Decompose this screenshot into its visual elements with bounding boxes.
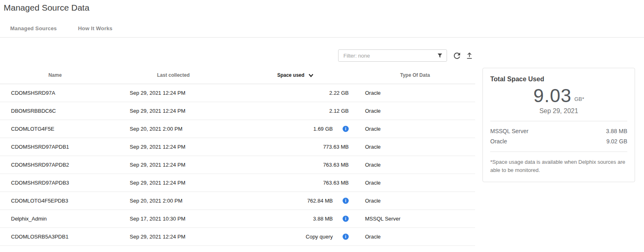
summary-footnote: *Space usage data is available when Delp… — [490, 158, 627, 174]
cell-name: CDOMSHSRD97A — [0, 90, 110, 96]
info-icon[interactable]: i — [343, 126, 349, 132]
cell-type-of-data: Oracle — [355, 108, 475, 114]
column-header-name[interactable]: Name — [0, 72, 110, 78]
upload-icon — [465, 51, 474, 60]
cell-last-collected: Sep 20, 2021 2:00 PM — [110, 198, 237, 204]
breakdown-label: Oracle — [490, 138, 507, 145]
cell-space-used: 763.63 MB i — [237, 180, 355, 186]
space-used-value: 3.88 MB — [313, 216, 333, 222]
cell-last-collected: Sep 17, 2021 10:30 PM — [110, 216, 237, 222]
cell-name: Delphix_Admin — [0, 216, 110, 222]
cell-type-of-data: Oracle — [355, 198, 475, 204]
space-used-value[interactable]: Copy query — [306, 234, 333, 240]
cell-type-of-data: Oracle — [355, 126, 475, 132]
tab-managed-sources[interactable]: Managed Sources — [10, 25, 57, 37]
cell-space-used: 2.22 GB i — [237, 90, 355, 96]
table-row[interactable]: CDOMLOTG4F5E Sep 20, 2021 2:00 PM 1.69 G… — [0, 120, 475, 138]
cell-name: CDOMLOTG4F5EPDB3 — [0, 198, 110, 204]
table-row[interactable]: CDOMSHSRD97APDB3 Sep 29, 2021 12:24 PM 7… — [0, 174, 475, 192]
table-row[interactable]: DBOMSRBBDC6C Sep 29, 2021 12:24 PM 2.12 … — [0, 102, 475, 120]
table-row[interactable]: CDOMSHSRD97A Sep 29, 2021 12:24 PM 2.22 … — [0, 84, 475, 102]
chevron-down-icon — [308, 72, 314, 78]
cell-space-used: 3.88 MB i — [237, 216, 355, 222]
managed-source-data-page: Managed Source Data Managed Sources How … — [0, 0, 644, 252]
refresh-icon — [452, 51, 462, 60]
tab-how-it-works[interactable]: How It Works — [78, 25, 113, 37]
total-space-used-card: Total Space Used 9.03 GB* Sep 29, 2021 M… — [482, 68, 635, 182]
space-used-value: 2.12 GB — [329, 108, 349, 114]
breakdown-value: 3.88 MB — [606, 128, 627, 134]
breakdown-row-mssql: MSSQL Server 3.88 MB — [490, 126, 627, 136]
summary-divider-bottom — [490, 152, 627, 152]
cell-last-collected: Sep 29, 2021 12:24 PM — [110, 162, 237, 168]
refresh-button[interactable] — [452, 51, 462, 60]
space-used-value: 1.69 GB — [313, 126, 333, 132]
cell-type-of-data: Oracle — [355, 180, 475, 186]
table-row[interactable]: CDOMLOTG4F5EPDB3 Sep 20, 2021 2:00 PM 76… — [0, 192, 475, 210]
info-icon[interactable]: i — [343, 198, 349, 204]
cell-space-used: 1.69 GB i — [237, 126, 355, 132]
cell-name: CDOMSHSRD97APDB2 — [0, 162, 110, 168]
cell-name: CDOMSHSRD97APDB3 — [0, 180, 110, 186]
filter-box — [338, 49, 447, 62]
cell-type-of-data: MSSQL Server — [355, 216, 475, 222]
cell-name: CDOMLOSRB5A3PDB1 — [0, 234, 110, 240]
total-space-date: Sep 29, 2021 — [490, 107, 627, 115]
table-section: Name Last collected Space used Type Of D… — [0, 38, 475, 246]
total-space-unit: GB* — [574, 96, 584, 105]
cell-type-of-data: Oracle — [355, 162, 475, 168]
cell-space-used: 763.63 MB i — [237, 162, 355, 168]
summary-title: Total Space Used — [490, 76, 627, 83]
cell-last-collected: Sep 29, 2021 12:24 PM — [110, 108, 237, 114]
space-used-value: 763.63 MB — [323, 162, 349, 168]
cell-last-collected: Sep 29, 2021 12:24 PM — [110, 90, 237, 96]
summary-section: Total Space Used 9.03 GB* Sep 29, 2021 M… — [482, 38, 635, 246]
breakdown-value: 9.02 GB — [606, 138, 627, 145]
cell-last-collected: Sep 20, 2021 2:00 PM — [110, 126, 237, 132]
table-row[interactable]: Delphix_Admin Sep 17, 2021 10:30 PM 3.88… — [0, 210, 475, 228]
space-used-value: 773.63 MB — [323, 144, 349, 150]
column-header-last-collected[interactable]: Last collected — [110, 72, 237, 78]
export-button[interactable] — [465, 51, 474, 60]
info-icon[interactable]: i — [343, 234, 349, 240]
table-row[interactable]: CDOMSHSRD97APDB1 Sep 29, 2021 12:24 PM 7… — [0, 138, 475, 156]
column-header-space-used-label: Space used — [277, 72, 305, 78]
cell-last-collected: Sep 29, 2021 12:24 PM — [110, 144, 237, 150]
total-space-number: 9.03 — [533, 86, 572, 105]
content-area: Name Last collected Space used Type Of D… — [0, 38, 644, 246]
column-header-type-of-data[interactable]: Type Of Data — [355, 72, 475, 78]
space-used-value: 762.84 MB — [307, 198, 333, 204]
space-used-value: 2.22 GB — [329, 90, 349, 96]
total-space-value-row: 9.03 GB* — [490, 86, 627, 105]
space-used-value: 763.63 MB — [323, 180, 349, 186]
cell-last-collected: Sep 29, 2021 12:24 PM — [110, 180, 237, 186]
table-row[interactable]: CDOMSHSRD97APDB2 Sep 29, 2021 12:24 PM 7… — [0, 156, 475, 174]
page-title: Managed Source Data — [0, 0, 644, 13]
table-toolbar — [0, 49, 475, 62]
cell-space-used: 762.84 MB i — [237, 198, 355, 204]
filter-input[interactable] — [339, 50, 437, 61]
cell-type-of-data: Oracle — [355, 90, 475, 96]
cell-space-used: 773.63 MB i — [237, 144, 355, 150]
cell-name: DBOMSRBBDC6C — [0, 108, 110, 114]
breakdown-row-oracle: Oracle 9.02 GB — [490, 136, 627, 146]
cell-last-collected: Sep 29, 2021 12:24 PM — [110, 234, 237, 240]
table-row[interactable]: CDOMLOSRB5A3PDB1 Sep 29, 2021 12:24 PM C… — [0, 228, 475, 246]
cell-name: CDOMSHSRD97APDB1 — [0, 144, 110, 150]
column-header-space-used[interactable]: Space used — [237, 72, 355, 78]
cell-name: CDOMLOTG4F5E — [0, 126, 110, 132]
space-breakdown-list: MSSQL Server 3.88 MB Oracle 9.02 GB — [490, 121, 627, 148]
info-icon[interactable]: i — [343, 216, 349, 222]
cell-type-of-data: Oracle — [355, 144, 475, 150]
cell-type-of-data: Oracle — [355, 234, 475, 240]
cell-space-used: 2.12 GB i — [237, 108, 355, 114]
tab-bar: Managed Sources How It Works — [0, 25, 644, 38]
table-body: CDOMSHSRD97A Sep 29, 2021 12:24 PM 2.22 … — [0, 84, 475, 246]
breakdown-label: MSSQL Server — [490, 128, 529, 134]
cell-space-used: Copy query i — [237, 234, 355, 240]
filter-icon[interactable] — [437, 53, 443, 59]
table-header-row: Name Last collected Space used Type Of D… — [0, 67, 475, 84]
